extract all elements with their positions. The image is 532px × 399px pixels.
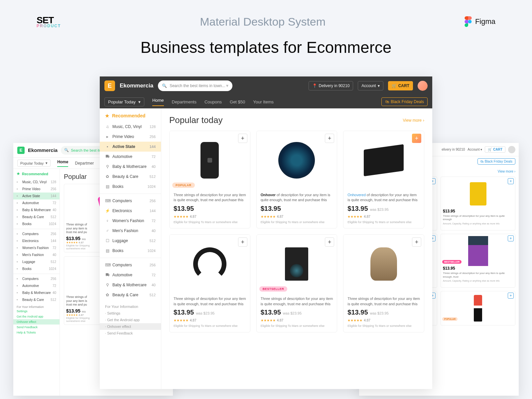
brand-name: Ekommercia (28, 147, 58, 153)
product-card[interactable]: + POPULAR Three strings of description f… (169, 131, 250, 228)
tab-departments[interactable]: Departments (172, 99, 197, 104)
add-button[interactable]: + (325, 134, 334, 143)
add-button[interactable]: + (508, 178, 514, 184)
sidebar-category[interactable]: ♫Music, CD, Vinyl128 (100, 122, 161, 132)
popular-selector[interactable]: Popular Today▾ (104, 97, 144, 106)
tab-departments[interactable]: Departmer (75, 161, 94, 166)
add-button[interactable]: + (238, 237, 247, 247)
sidebar-category[interactable]: ♂Men's Fashion40 (100, 226, 161, 236)
product-description: Onhover of description for your any item… (261, 193, 333, 203)
category-label: Books (22, 222, 32, 226)
category-label: Electronics (112, 208, 132, 213)
filter-icon[interactable]: ▼ (225, 83, 229, 88)
sidebar-category[interactable]: ✿Beauty & Care512 (100, 172, 161, 182)
footer-settings[interactable]: · Settings (105, 310, 156, 317)
product-card[interactable]: + $13.95 Three strings of description fo… (441, 177, 515, 230)
product-card[interactable]: + Three strings of description for your … (343, 234, 424, 332)
category-label: Active State (112, 144, 135, 149)
category-count: 1024 (148, 249, 156, 253)
category-label: Electronics (22, 239, 39, 243)
account-menu[interactable]: Account ▾ (467, 148, 482, 151)
footer-feedback[interactable]: · Send Feedback (105, 330, 156, 336)
sidebar-category[interactable]: •Books1024 (13, 220, 60, 227)
sidebar-category[interactable]: •Men's Fashion40 (13, 251, 60, 258)
sidebar-category[interactable]: •Music, CD, Vinyl128 (13, 179, 60, 186)
footer-onhover[interactable]: · Onhover effect (100, 323, 161, 330)
tab-coupons[interactable]: Coupons (204, 99, 222, 104)
cart-button[interactable]: 🛒CART (485, 146, 505, 153)
tab-home[interactable]: Home (152, 98, 164, 106)
cart-button[interactable]: 🛒CART (388, 81, 413, 90)
product-image (470, 182, 486, 205)
footer-heading: For Your Information (105, 303, 156, 310)
category-icon: • (17, 260, 21, 264)
account-menu[interactable]: Account▾ (358, 81, 383, 90)
add-button[interactable]: + (412, 237, 421, 247)
product-card[interactable]: + BESTSELLER $13.95 Three strings of des… (441, 234, 515, 288)
sidebar-category[interactable]: •Automotive72 (13, 282, 60, 289)
product-card[interactable]: + Onhover of description for your any it… (256, 131, 337, 228)
sidebar-category[interactable]: •Electronics144 (13, 237, 60, 244)
sidebar-category[interactable]: ▸Prime Video256 (100, 132, 161, 142)
search-input[interactable]: 🔍 Search the best items in town... ▼ (158, 80, 232, 91)
avatar[interactable] (508, 146, 515, 153)
sidebar-category[interactable]: •Beauty & Care512 (13, 213, 60, 220)
delivery-button[interactable]: 📍Delivery in 90210 (309, 81, 353, 90)
sidebar-category[interactable]: ✿Beauty & Care512 (100, 290, 161, 300)
sidebar-category[interactable]: •Computers256 (13, 230, 60, 237)
tab-get50[interactable]: Get $50 (230, 99, 245, 104)
tab-your-items[interactable]: Your Items (253, 99, 274, 104)
popular-selector[interactable]: Popular Today▾ (17, 160, 51, 167)
sidebar-category[interactable]: •Books1024 (13, 265, 60, 272)
footer-android[interactable]: · Get the Android app (105, 317, 156, 323)
sidebar-category[interactable]: ⚡Electronics144 (100, 206, 161, 216)
product-card[interactable]: + Onhovered of description for your any … (343, 131, 424, 228)
product-badge: BESTSELLER (442, 260, 462, 264)
rating-stars: ★★★★★ (347, 215, 362, 218)
sidebar-category[interactable]: •Baby & Mothercare40 (13, 206, 60, 213)
sidebar-recommended[interactable]: ★ Recommended (13, 169, 60, 179)
black-friday-button[interactable]: 🛍Black Friday Deals (381, 97, 428, 106)
sidebar-category[interactable]: ☐Luggage512 (100, 236, 161, 246)
sidebar-recommended[interactable]: ★ Recommended (100, 108, 161, 122)
product-card[interactable]: + BESTSELLER Three strings of descriptio… (256, 234, 337, 332)
avatar[interactable] (418, 81, 428, 91)
sidebar-category[interactable]: •Luggage512 (13, 258, 60, 265)
add-button[interactable]: + (325, 237, 334, 247)
tab-home[interactable]: Home (57, 160, 68, 167)
product-card[interactable]: + Three strings of description for your … (169, 234, 250, 332)
sidebar-category[interactable]: ⌨Computers256 (100, 260, 161, 270)
sidebar-category[interactable]: •Women's Fashion72 (13, 244, 60, 251)
sidebar-category[interactable]: ⌨Computers256 (100, 196, 161, 206)
sidebar-category[interactable]: •Beauty & Care512 (13, 296, 60, 303)
footer-onhover[interactable]: Onhover effect (13, 319, 60, 325)
category-label: Automotive (22, 284, 39, 288)
black-friday-button[interactable]: 🛍 Black Friday Deals (477, 158, 515, 165)
product-card[interactable]: + POPULAR (441, 291, 515, 326)
view-more-link[interactable]: View more › (403, 118, 424, 123)
footer-help[interactable]: Help & Tickets (17, 330, 56, 335)
footer-feedback[interactable]: Send Feedback (17, 325, 56, 330)
sidebar-category[interactable]: ▤Books1024 (100, 182, 161, 192)
sidebar-category[interactable]: ⚲Baby & Mothercare40 (100, 280, 161, 290)
sidebar-category[interactable]: ♀Women's Fashion72 (100, 216, 161, 226)
sidebar-category[interactable]: ⚲Baby & Mothercare40 (100, 162, 161, 172)
sidebar-category[interactable]: ⛟Automotive72 (100, 152, 161, 162)
category-count: 256 (51, 187, 56, 191)
rating-stars: ★★★★★ (347, 319, 362, 322)
add-button[interactable]: + (508, 235, 514, 241)
sidebar-category[interactable]: ▪Active State144 (100, 142, 161, 152)
footer-settings[interactable]: Settings (17, 309, 56, 314)
sidebar-category[interactable]: •Automotive72 (13, 200, 60, 206)
sidebar-category[interactable]: •Computers256 (13, 275, 60, 282)
sidebar-category[interactable]: •Baby & Mothercare40 (13, 289, 60, 296)
add-button[interactable]: + (508, 293, 514, 299)
sidebar-category[interactable]: ▤Books1024 (100, 246, 161, 256)
footer-android[interactable]: Get the Android app (17, 314, 56, 319)
add-button[interactable]: + (412, 134, 421, 143)
add-button[interactable]: + (238, 134, 247, 143)
sidebar-category[interactable]: •Prime Video256 (13, 186, 60, 193)
category-label: Computers (22, 232, 39, 236)
sidebar-category[interactable]: •Active State144 (13, 193, 60, 200)
sidebar-category[interactable]: ⛟Automotive72 (100, 270, 161, 280)
